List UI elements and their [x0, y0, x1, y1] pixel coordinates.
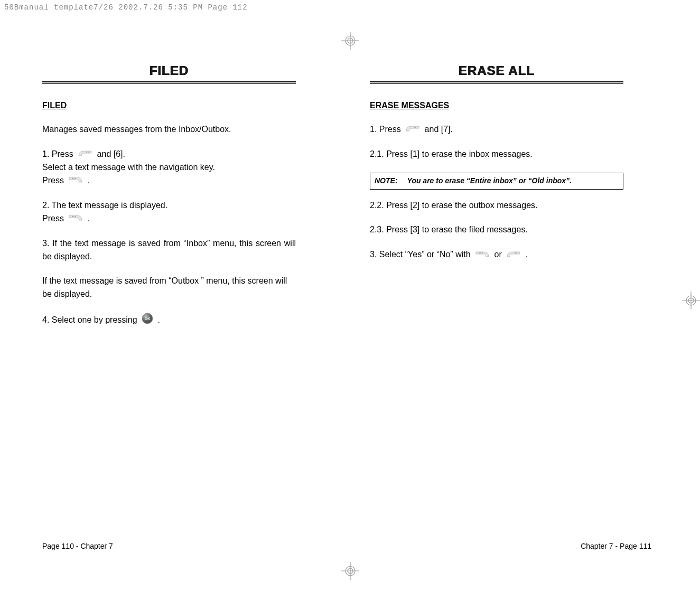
soft-left-icon	[68, 212, 83, 226]
step-3b: If the text message is saved from “Outbo…	[42, 275, 296, 301]
text-fragment: 4. Select one by pressing	[42, 315, 137, 324]
intro-paragraph: Manages saved messages from the Inbox/Ou…	[42, 123, 296, 136]
registration-mark-icon	[341, 562, 359, 580]
text-fragment: 1. Press	[42, 149, 73, 158]
text-fragment: .	[158, 315, 160, 324]
text-fragment: or	[494, 250, 502, 259]
note-text: You are to erase “Entire inbox” or “Old …	[407, 175, 572, 187]
text-fragment: and [6].	[97, 149, 125, 158]
imposition-header: 50Bmanual template7/26 2002.7.26 5:35 PM…	[4, 3, 248, 12]
soft-right-icon	[78, 148, 92, 161]
svg-point-13	[88, 152, 89, 153]
note-box: NOTE: You are to erase “Entire inbox” or…	[370, 173, 623, 190]
step-4: 4. Select one by pressing OK .	[42, 313, 296, 328]
svg-point-26	[482, 252, 483, 253]
section-heading: FILED	[42, 101, 296, 110]
soft-left-icon	[475, 249, 490, 262]
page-right: ERASE ALL ERASE MESSAGES 1. Press and [7…	[370, 63, 623, 340]
svg-point-18	[74, 216, 75, 217]
body-text: 1. Press and [7]. 2.1. Press [1] to eras…	[370, 123, 623, 261]
text-fragment: Press	[42, 176, 64, 185]
svg-point-27	[515, 252, 516, 253]
section-heading: ERASE MESSAGES	[370, 101, 623, 110]
svg-point-14	[72, 178, 73, 179]
step-2-3: 2.3. Press [3] to erase the filed messag…	[370, 223, 623, 237]
page-title: ERASE ALL	[370, 63, 623, 81]
svg-point-15	[74, 178, 75, 179]
text-fragment: 3. Select “Yes” or “No” with	[370, 250, 471, 259]
soft-right-icon	[506, 249, 521, 262]
step-3: 3. If the text message is saved from “In…	[42, 237, 296, 264]
svg-text:OK: OK	[145, 317, 151, 321]
title-underline	[370, 81, 623, 84]
step-2-2: 2.2. Press [2] to erase the outbox messa…	[370, 199, 623, 212]
svg-point-17	[72, 216, 73, 217]
page-spread: FILED FILED Manages saved messages from …	[42, 63, 689, 340]
step-2: 2. The text message is displayed. Press …	[42, 199, 296, 226]
registration-mark-icon	[341, 32, 359, 50]
ok-icon: OK	[142, 313, 153, 328]
step-3: 3. Select “Yes” or “No” with or .	[370, 248, 623, 261]
text-fragment: .	[526, 250, 528, 259]
step-1: 1. Press and [7].	[370, 123, 623, 136]
text-fragment: and [7].	[425, 125, 453, 134]
text-fragment: 2. The text message is displayed.	[42, 201, 167, 210]
svg-point-24	[479, 252, 480, 253]
page-left: FILED FILED Manages saved messages from …	[42, 63, 296, 340]
svg-point-22	[414, 127, 415, 128]
svg-point-28	[516, 252, 517, 253]
svg-point-25	[480, 252, 481, 253]
step-2-1: 2.1. Press [1] to erase the inbox messag…	[370, 148, 623, 161]
soft-left-icon	[68, 174, 83, 187]
text-fragment: .	[88, 214, 90, 223]
title-underline	[42, 81, 296, 84]
svg-point-19	[76, 216, 77, 217]
page-footer-left: Page 110 - Chapter 7	[42, 542, 113, 550]
soft-right-icon	[405, 123, 420, 136]
page-title: FILED	[42, 63, 296, 81]
body-text: Manages saved messages from the Inbox/Ou…	[42, 123, 296, 328]
svg-point-16	[76, 178, 77, 179]
text-fragment: Press	[42, 214, 64, 223]
svg-point-23	[415, 127, 416, 128]
page-footer-right: Chapter 7 - Page 111	[581, 542, 651, 550]
svg-point-12	[86, 152, 87, 153]
text-fragment: 1. Press	[370, 125, 401, 134]
note-label: NOTE:	[375, 175, 398, 187]
text-fragment: .	[88, 176, 90, 185]
text-fragment: Select a text message with the navigatio…	[42, 163, 215, 172]
step-1: 1. Press and [6]. Select a text message …	[42, 148, 296, 187]
